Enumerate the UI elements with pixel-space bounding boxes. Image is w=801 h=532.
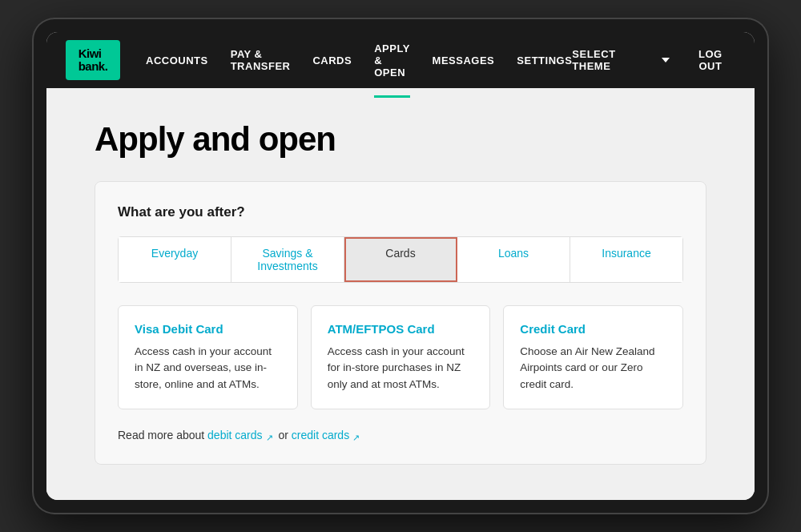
chevron-down-icon bbox=[662, 58, 670, 62]
debit-cards-link[interactable]: debit cards bbox=[207, 429, 275, 441]
nav-right: SELECT THEME LOG OUT bbox=[572, 48, 735, 72]
credit-card-desc: Choose an Air New Zealand Airpoints card… bbox=[520, 344, 666, 393]
credit-cards-label: credit cards bbox=[292, 429, 349, 441]
kiwibank-logo[interactable]: Kiwi bank. bbox=[66, 40, 120, 80]
navbar: Kiwi bank. ACCOUNTS PAY & TRANSFER CARDS… bbox=[46, 32, 755, 88]
main-content: Apply and open What are you after? Every… bbox=[46, 88, 755, 500]
logout-button[interactable]: LOG OUT bbox=[686, 48, 735, 72]
select-theme-label: SELECT THEME bbox=[572, 48, 656, 72]
atm-eftpos-desc: Access cash in your account for in-store… bbox=[328, 344, 474, 393]
device-frame: Kiwi bank. ACCOUNTS PAY & TRANSFER CARDS… bbox=[32, 18, 769, 514]
visa-debit-title: Visa Debit Card bbox=[135, 322, 281, 336]
footer-text: Read more about bbox=[118, 429, 207, 441]
tab-cards[interactable]: Cards bbox=[344, 237, 457, 282]
nav-settings[interactable]: SETTINGS bbox=[517, 35, 572, 86]
screen: Kiwi bank. ACCOUNTS PAY & TRANSFER CARDS… bbox=[46, 32, 755, 500]
product-card-atm-eftpos[interactable]: ATM/EFTPOS Card Access cash in your acco… bbox=[311, 305, 491, 409]
nav-cards[interactable]: CARDS bbox=[312, 35, 352, 86]
logo-line2: bank. bbox=[78, 60, 108, 74]
product-card-credit[interactable]: Credit Card Choose an Air New Zealand Ai… bbox=[503, 305, 683, 409]
select-theme-button[interactable]: SELECT THEME bbox=[572, 48, 669, 72]
apply-section: What are you after? Everyday Savings & I… bbox=[95, 181, 706, 465]
tab-insurance[interactable]: Insurance bbox=[570, 237, 682, 282]
category-tabs: Everyday Savings & Investments Cards Loa… bbox=[118, 236, 683, 283]
nav-accounts[interactable]: ACCOUNTS bbox=[146, 35, 208, 86]
section-question: What are you after? bbox=[118, 204, 683, 220]
external-link-icon-credit bbox=[352, 430, 362, 440]
visa-debit-desc: Access cash in your account in NZ and ov… bbox=[135, 344, 281, 393]
tab-everyday[interactable]: Everyday bbox=[119, 237, 231, 282]
product-card-visa-debit[interactable]: Visa Debit Card Access cash in your acco… bbox=[118, 305, 298, 409]
debit-cards-label: debit cards bbox=[207, 429, 262, 441]
nav-messages[interactable]: MESSAGES bbox=[433, 35, 495, 86]
external-link-icon-debit bbox=[266, 430, 276, 440]
tab-savings[interactable]: Savings & Investments bbox=[231, 237, 344, 282]
page-title: Apply and open bbox=[95, 120, 706, 159]
atm-eftpos-title: ATM/EFTPOS Card bbox=[328, 322, 474, 336]
or-text: or bbox=[278, 429, 291, 441]
footer-links: Read more about debit cards or credit ca… bbox=[118, 429, 683, 441]
nav-pay-transfer[interactable]: PAY & TRANSFER bbox=[231, 32, 291, 91]
credit-cards-link[interactable]: credit cards bbox=[292, 429, 362, 441]
tab-loans[interactable]: Loans bbox=[457, 237, 570, 282]
logo-line1: Kiwi bbox=[78, 47, 108, 61]
credit-card-title: Credit Card bbox=[520, 322, 666, 336]
product-cards-grid: Visa Debit Card Access cash in your acco… bbox=[118, 305, 683, 409]
nav-apply-open[interactable]: APPLY & OPEN bbox=[374, 32, 409, 98]
